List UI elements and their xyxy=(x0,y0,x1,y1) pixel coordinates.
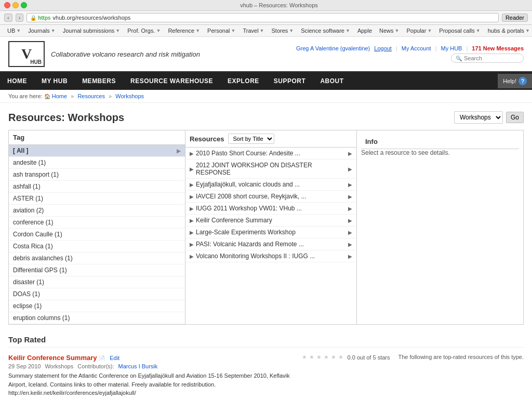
tag-andesite[interactable]: andesite (1) xyxy=(9,157,185,169)
breadcrumb-home[interactable]: Home xyxy=(52,93,67,99)
tag-ash-transport[interactable]: ash transport (1) xyxy=(9,169,185,181)
address-bar: ‹ › 🔒 https vhub.org/resources/workshops… xyxy=(0,11,532,25)
rated-item-0-contributor-label: Contributor(s): xyxy=(77,363,114,369)
resource-item-3[interactable]: ▶ IAVCEI 2008 short course, Reykjavik, .… xyxy=(185,191,356,203)
bookmarks-bar: UB ▼ Journals ▼ Journal submissions ▼ Pr… xyxy=(0,25,532,37)
rated-item-0-stars: ★ ★ ★ ★ ★ ★ 0.0 out of 5 stars xyxy=(302,354,390,361)
close-button[interactable] xyxy=(4,2,10,8)
bookmark-proposal-calls[interactable]: Proposal calls ▼ xyxy=(436,26,483,35)
filter-select[interactable]: Workshops xyxy=(454,111,503,124)
resource-tri-5: ▶ xyxy=(190,218,194,223)
back-button[interactable]: ‹ xyxy=(4,14,12,22)
resource-arrow-5: ▶ xyxy=(346,218,352,223)
nav-about[interactable]: ABOUT xyxy=(313,72,351,90)
url-box[interactable]: 🔒 https vhub.org/resources/workshops xyxy=(26,13,499,22)
resource-item-5[interactable]: ▶ Keilir Conference Summary ▶ xyxy=(185,215,356,227)
resource-item-4[interactable]: ▶ IUGG 2011 Workshop VW01: VHub ... ▶ xyxy=(185,203,356,215)
tag-aviation[interactable]: aviation (2) xyxy=(9,205,185,217)
minimize-button[interactable] xyxy=(12,2,19,8)
help-label: Help! xyxy=(503,78,516,84)
tag-doas[interactable]: DOAS (1) xyxy=(9,288,185,300)
help-icon: ? xyxy=(518,77,527,85)
resource-item-7[interactable]: ▶ PASI: Volcanic Hazards and Remote ... … xyxy=(185,238,356,250)
logo-area: V HUB Collaborative volcano research and… xyxy=(8,41,200,67)
bookmark-prof-orgs[interactable]: Prof. Orgs. ▼ xyxy=(124,26,164,35)
resource-arrow-2: ▶ xyxy=(346,182,352,188)
search-box[interactable]: 🔍 xyxy=(451,54,524,63)
my-hub-link[interactable]: My HUB xyxy=(441,45,462,51)
nav-explore[interactable]: EXPLORE xyxy=(220,72,267,90)
tag-ashfall[interactable]: ashfall (1) xyxy=(9,181,185,193)
resources-column-header: Resources Sort by Title xyxy=(185,130,356,148)
tag-conference[interactable]: conference (1) xyxy=(9,217,185,229)
nav-resource-warehouse[interactable]: RESOURCE WAREHOUSE xyxy=(123,72,220,90)
top-rated-title: Top Rated xyxy=(8,335,524,348)
tag-all[interactable]: [ All ] ▶ xyxy=(9,145,185,157)
messages-link[interactable]: 171 New Messages xyxy=(472,45,524,51)
resource-item-8[interactable]: ▶ Volcano Monitoring Workshops II : IUGG… xyxy=(185,250,356,262)
tag-cordon-caulle[interactable]: Cordon Caulle (1) xyxy=(9,229,185,241)
resource-item-6[interactable]: ▶ Large-Scale Experiments Workshop ▶ xyxy=(185,227,356,238)
bookmark-apple[interactable]: Apple xyxy=(354,26,375,35)
resource-item-2[interactable]: ▶ Eyjafjallajökull, volcanic clouds and … xyxy=(185,179,356,191)
rated-item-0-edit-icon: 📄 xyxy=(99,355,105,361)
header-right: Greg A Valentine (gvalentine) Logout | M… xyxy=(296,45,524,63)
bookmark-popular[interactable]: Popular ▼ xyxy=(403,26,435,35)
rated-item-0-contributor-0[interactable]: Marcus I Bursik xyxy=(118,363,158,369)
go-button[interactable]: Go xyxy=(506,112,524,123)
rated-item-0-edit-link[interactable]: Edit xyxy=(110,355,119,361)
tag-column-header: Tag xyxy=(9,130,185,145)
nav-my-hub[interactable]: MY HUB xyxy=(34,72,75,90)
user-profile-link[interactable]: Greg A Valentine (gvalentine) xyxy=(296,45,370,51)
resource-arrow-1: ▶ xyxy=(346,166,352,172)
bookmark-hubs-portals[interactable]: hubs & portals ▼ xyxy=(485,26,532,35)
resource-tri-3: ▶ xyxy=(190,194,194,200)
nav-home[interactable]: HOME xyxy=(0,72,34,90)
my-account-link[interactable]: My Account xyxy=(402,45,431,51)
rated-item-0-title-link[interactable]: Keilir Conference Summary xyxy=(8,354,97,362)
help-button[interactable]: Help! ? xyxy=(498,74,532,88)
top-rated-layout: Keilir Conference Summary 📄 Edit 29 Sep … xyxy=(8,354,524,399)
nav-support[interactable]: SUPPORT xyxy=(267,72,313,90)
nav-members[interactable]: MEMBERS xyxy=(75,72,123,90)
resource-tri-2: ▶ xyxy=(190,182,194,188)
bookmark-personal[interactable]: Personal ▼ xyxy=(204,26,238,35)
search-input[interactable] xyxy=(464,55,516,61)
https-indicator: 🔒 https xyxy=(30,15,50,21)
tag-costa-rica[interactable]: Costa Rica (1) xyxy=(9,241,185,252)
info-column: Info Select a resource to see details. xyxy=(357,130,523,324)
bookmark-journal-submissions[interactable]: Journal submissions ▼ xyxy=(60,26,124,35)
resource-arrow-7: ▶ xyxy=(346,242,352,247)
resource-item-0[interactable]: ▶ 2010 Pasto Short Course: Andesite ... … xyxy=(185,148,356,159)
site-tagline: Collaborative volcano research and risk … xyxy=(51,50,200,58)
bookmark-stores[interactable]: Stores ▼ xyxy=(269,26,297,35)
resource-item-1[interactable]: ▶ 2012 JOINT WORKSHOP ON DISASTER RESPON… xyxy=(185,159,356,179)
tag-debris-avalanches[interactable]: debris avalanches (1) xyxy=(9,252,185,264)
top-rated-section: Top Rated Keilir Conference Summary 📄 Ed… xyxy=(8,335,524,399)
tag-eclipse[interactable]: eclipse (1) xyxy=(9,300,185,312)
rated-item-0-title-row: Keilir Conference Summary 📄 Edit xyxy=(8,354,302,362)
maximize-button[interactable] xyxy=(21,2,27,8)
tag-all-label: [ All ] xyxy=(13,147,29,154)
bookmark-journals[interactable]: Journals ▼ xyxy=(25,26,59,35)
tag-disaster[interactable]: disaster (1) xyxy=(9,276,185,288)
breadcrumb: You are here: 🏠 Home » Resources » Works… xyxy=(0,90,532,103)
bookmark-travel[interactable]: Travel ▼ xyxy=(240,26,267,35)
url-text: vhub.org/resources/workshops xyxy=(53,15,131,21)
bookmark-reference[interactable]: Reference ▼ xyxy=(165,26,203,35)
tag-aster[interactable]: ASTER (1) xyxy=(9,193,185,205)
bookmark-science-software[interactable]: Science software ▼ xyxy=(298,26,353,35)
reader-button[interactable]: Reader xyxy=(502,14,528,22)
forward-button[interactable]: › xyxy=(16,14,24,22)
tag-differential-gps[interactable]: Differential GPS (1) xyxy=(9,264,185,276)
breadcrumb-workshops[interactable]: Workshops xyxy=(115,93,144,99)
logo[interactable]: V HUB xyxy=(8,41,45,67)
bookmark-ub[interactable]: UB ▼ xyxy=(4,26,24,35)
resources-header-label: Resources xyxy=(190,135,224,143)
bookmark-news[interactable]: News ▼ xyxy=(376,26,402,35)
tag-eruption-columns[interactable]: eruption columns (1) xyxy=(9,312,185,324)
breadcrumb-resources[interactable]: Resources xyxy=(77,93,105,99)
logout-button[interactable]: Logout xyxy=(374,45,392,51)
resource-tri-6: ▶ xyxy=(190,230,194,235)
sort-select[interactable]: Sort by Title xyxy=(228,134,274,144)
